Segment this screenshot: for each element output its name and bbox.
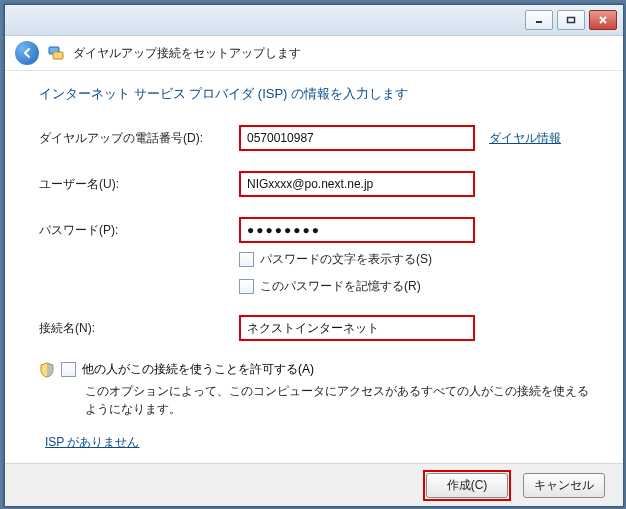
svg-rect-3: [53, 52, 63, 59]
label-password: パスワード(P):: [39, 222, 239, 239]
wizard-window: ダイヤルアップ接続をセットアップします インターネット サービス プロバイダ (…: [4, 4, 624, 507]
page-title: ダイヤルアップ接続をセットアップします: [73, 45, 301, 62]
create-button[interactable]: 作成(C): [426, 473, 508, 498]
phone-value: 0570010987: [247, 131, 314, 145]
allow-others-note: このオプションによって、このコンピュータにアクセスがあるすべての人がこの接続を使…: [85, 382, 589, 418]
show-password-label: パスワードの文字を表示する(S): [260, 251, 432, 268]
connection-name-value: ネクストインターネット: [247, 320, 379, 337]
allow-others-label: 他の人がこの接続を使うことを許可する(A): [82, 361, 314, 378]
back-button[interactable]: [15, 41, 39, 65]
remember-password-label: このパスワードを記憶する(R): [260, 278, 421, 295]
close-button[interactable]: [589, 10, 617, 30]
network-icon: [47, 44, 65, 62]
cancel-button[interactable]: キャンセル: [523, 473, 605, 498]
remember-password-checkbox[interactable]: [239, 279, 254, 294]
create-button-highlight: 作成(C): [423, 470, 511, 501]
show-password-checkbox[interactable]: [239, 252, 254, 267]
label-user: ユーザー名(U):: [39, 176, 239, 193]
no-isp-link[interactable]: ISP がありません: [45, 435, 139, 449]
password-mask: ●●●●●●●●: [247, 223, 321, 237]
allow-others-checkbox[interactable]: [61, 362, 76, 377]
password-input[interactable]: ●●●●●●●●: [239, 217, 475, 243]
minimize-button[interactable]: [525, 10, 553, 30]
titlebar: [5, 5, 623, 36]
username-input[interactable]: NIGxxxx@po.next.ne.jp: [239, 171, 475, 197]
label-connection: 接続名(N):: [39, 320, 239, 337]
shield-icon: [39, 362, 55, 378]
label-phone: ダイヤルアップの電話番号(D):: [39, 130, 239, 147]
connection-name-input[interactable]: ネクストインターネット: [239, 315, 475, 341]
dial-info-link[interactable]: ダイヤル情報: [489, 130, 561, 147]
wizard-footer: 作成(C) キャンセル: [5, 463, 623, 506]
wizard-header: ダイヤルアップ接続をセットアップします: [5, 36, 623, 71]
instruction-text: インターネット サービス プロバイダ (ISP) の情報を入力します: [39, 85, 589, 103]
arrow-left-icon: [20, 46, 34, 60]
username-value: NIGxxxx@po.next.ne.jp: [247, 177, 373, 191]
wizard-body: インターネット サービス プロバイダ (ISP) の情報を入力します ダイヤルア…: [5, 71, 623, 476]
maximize-button[interactable]: [557, 10, 585, 30]
phone-input[interactable]: 0570010987: [239, 125, 475, 151]
svg-rect-1: [568, 18, 575, 23]
